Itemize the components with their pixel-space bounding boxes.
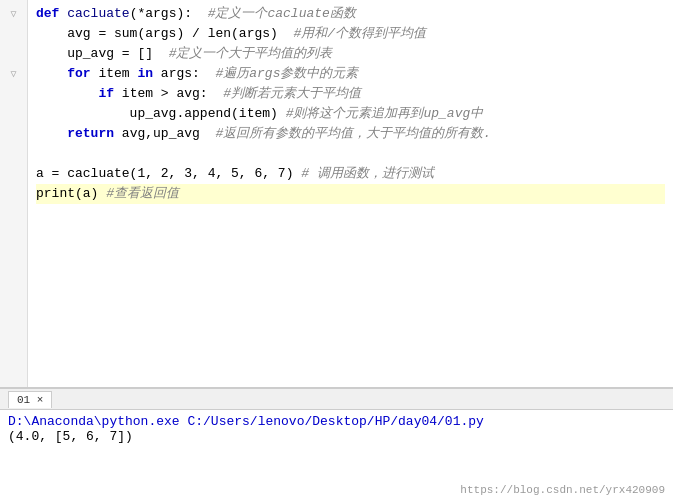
code-line: if item > avg: #判断若元素大于平均值 [36, 84, 665, 104]
code-line: up_avg.append(item) #则将这个元素追加再到up_avg中 [36, 104, 665, 124]
code-line [36, 224, 665, 244]
code-token: args: [161, 64, 216, 84]
code-token: # 调用函数，进行测试 [301, 164, 434, 184]
gutter-line [0, 24, 27, 44]
code-line: up_avg = [] #定义一个大于平均值的列表 [36, 44, 665, 64]
gutter-line [0, 44, 27, 64]
editor-wrapper: ▽▽ def cacluate(*args): #定义一个cacluate函数 … [0, 0, 673, 500]
code-token: #定义一个大于平均值的列表 [169, 44, 333, 64]
code-line: return avg,up_avg #返回所有参数的平均值，大于平均值的所有数. [36, 124, 665, 144]
code-line [36, 244, 665, 264]
code-token [36, 84, 98, 104]
gutter-line: ▽ [0, 4, 27, 24]
code-token: #返回所有参数的平均值，大于平均值的所有数. [215, 124, 491, 144]
code-token: a = cacluate(1, 2, 3, 4, 5, 6, 7) [36, 164, 301, 184]
code-token: for [67, 64, 98, 84]
code-token: avg = sum(args) / len(args) [36, 24, 293, 44]
code-token: in [137, 64, 160, 84]
code-token: #用和/个数得到平均值 [293, 24, 426, 44]
gutter-line: ▽ [0, 64, 27, 84]
gutter-line [0, 164, 27, 184]
code-token: item [98, 64, 137, 84]
code-token: #判断若元素大于平均值 [223, 84, 361, 104]
fold-icon[interactable]: ▽ [10, 8, 16, 20]
line-gutter: ▽▽ [0, 0, 28, 387]
gutter-line [0, 104, 27, 124]
code-token: (*args): [130, 4, 208, 24]
code-token: cacluate [67, 4, 129, 24]
code-line: def cacluate(*args): #定义一个cacluate函数 [36, 4, 665, 24]
gutter-line [0, 244, 27, 264]
status-tab[interactable]: 01 × [8, 391, 52, 408]
code-line [36, 204, 665, 224]
gutter-line [0, 204, 27, 224]
console-output: (4.0, [5, 6, 7]) [8, 429, 665, 444]
code-token: up_avg = [] [36, 44, 169, 64]
status-bar: 01 × [0, 388, 673, 410]
code-content[interactable]: def cacluate(*args): #定义一个cacluate函数 avg… [28, 0, 673, 387]
code-token: #查看返回值 [106, 184, 179, 204]
code-token [36, 64, 67, 84]
code-token: item > avg: [122, 84, 223, 104]
code-token: return [67, 124, 122, 144]
watermark: https://blog.csdn.net/yrx420909 [460, 484, 665, 496]
gutter-line [0, 84, 27, 104]
code-token: #则将这个元素追加再到up_avg中 [286, 104, 484, 124]
code-token [36, 124, 67, 144]
gutter-line [0, 184, 27, 204]
gutter-line [0, 224, 27, 244]
code-token: #定义一个cacluate函数 [208, 4, 356, 24]
code-token: #遍历args参数中的元素 [215, 64, 358, 84]
fold-icon[interactable]: ▽ [10, 68, 16, 80]
code-line [36, 144, 665, 164]
editor-area: ▽▽ def cacluate(*args): #定义一个cacluate函数 … [0, 0, 673, 388]
gutter-line [0, 124, 27, 144]
code-line: a = cacluate(1, 2, 3, 4, 5, 6, 7) # 调用函数… [36, 164, 665, 184]
code-line: for item in args: #遍历args参数中的元素 [36, 64, 665, 84]
code-line: avg = sum(args) / len(args) #用和/个数得到平均值 [36, 24, 665, 44]
code-token: def [36, 4, 67, 24]
gutter-line [0, 144, 27, 164]
code-token: avg,up_avg [122, 124, 216, 144]
code-line: print(a) #查看返回值 [36, 184, 665, 204]
code-token: up_avg.append(item) [36, 104, 286, 124]
console-path: D:\Anaconda\python.exe C:/Users/lenovo/D… [8, 414, 665, 429]
code-token: print(a) [36, 184, 106, 204]
code-token: if [98, 84, 121, 104]
